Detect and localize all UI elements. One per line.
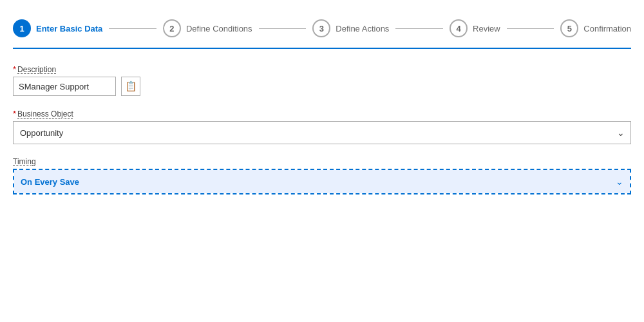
business-object-required-star: * bbox=[13, 109, 16, 118]
description-required-star: * bbox=[13, 64, 16, 74]
connector-2-3 bbox=[259, 28, 307, 29]
step-label-1: Enter Basic Data bbox=[36, 24, 102, 33]
connector-3-4 bbox=[395, 28, 443, 29]
stepper: 1 Enter Basic Data 2 Define Conditions 3… bbox=[13, 19, 631, 49]
step-circle-3: 3 bbox=[312, 19, 330, 37]
step-4[interactable]: 4 Review bbox=[450, 19, 500, 37]
description-label-text: Description bbox=[17, 65, 56, 74]
description-edit-button[interactable]: 📋 bbox=[121, 77, 140, 96]
description-field-group: * Description 📋 bbox=[13, 64, 631, 96]
description-row: 📋 bbox=[13, 77, 631, 96]
business-object-label-text: Business Object bbox=[17, 109, 73, 118]
step-circle-2: 2 bbox=[163, 19, 181, 37]
step-1[interactable]: 1 Enter Basic Data bbox=[13, 19, 102, 37]
edit-icon: 📋 bbox=[125, 80, 137, 92]
step-label-4: Review bbox=[473, 24, 500, 33]
business-object-label: * Business Object bbox=[13, 109, 631, 118]
business-object-field-group: * Business Object Opportunity ⌄ bbox=[13, 109, 631, 144]
step-3[interactable]: 3 Define Actions bbox=[312, 19, 389, 37]
step-circle-4: 4 bbox=[450, 19, 468, 37]
step-circle-1: 1 bbox=[13, 19, 31, 37]
step-2[interactable]: 2 Define Conditions bbox=[163, 19, 252, 37]
business-object-select-wrapper: Opportunity ⌄ bbox=[13, 121, 631, 144]
timing-select-wrapper: On Every Save ⌄ bbox=[13, 169, 631, 194]
form-area: * Description 📋 * Business Object Opport… bbox=[13, 49, 631, 194]
timing-label-text: Timing bbox=[13, 157, 36, 166]
description-input[interactable] bbox=[13, 77, 116, 96]
step-label-5: Confirmation bbox=[583, 24, 631, 33]
step-5[interactable]: 5 Confirmation bbox=[560, 19, 631, 37]
step-label-2: Define Conditions bbox=[186, 24, 252, 33]
connector-4-5 bbox=[507, 28, 554, 29]
description-label: * Description bbox=[13, 64, 631, 74]
step-label-3: Define Actions bbox=[336, 24, 389, 33]
timing-label: Timing bbox=[13, 157, 631, 166]
business-object-select[interactable]: Opportunity bbox=[13, 121, 631, 144]
step-circle-5: 5 bbox=[560, 19, 578, 37]
timing-field-group: Timing On Every Save ⌄ bbox=[13, 157, 631, 194]
timing-select[interactable]: On Every Save bbox=[14, 170, 630, 193]
connector-1-2 bbox=[109, 28, 156, 29]
